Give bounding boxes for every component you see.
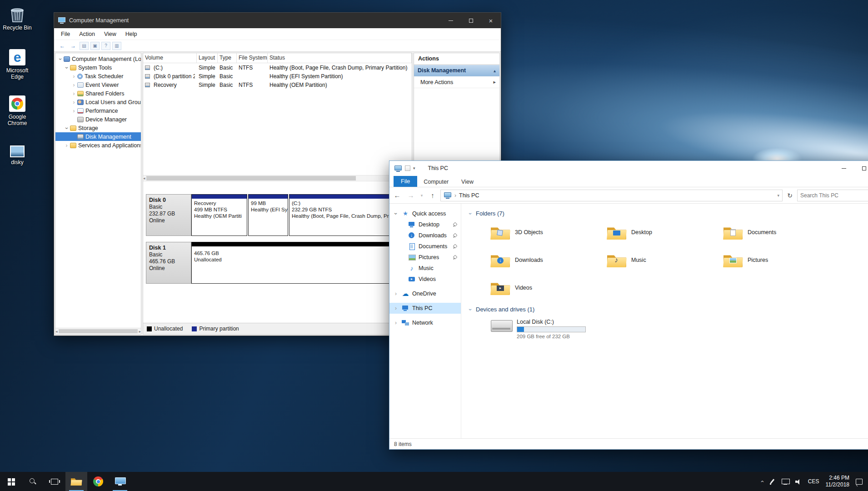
folder-tile-documents[interactable]: Documents	[723, 222, 837, 242]
volume-row-c[interactable]: (C:) Simple Basic NTFS Healthy (Boot, Pa…	[143, 63, 412, 72]
qat-properties-icon[interactable]	[405, 165, 410, 171]
tree-item-task-scheduler[interactable]: › Task Scheduler	[55, 72, 141, 80]
tab-file[interactable]: File	[394, 176, 417, 187]
forward-button[interactable]: →	[405, 191, 417, 199]
chevron-down-icon[interactable]: ›	[393, 211, 399, 216]
recent-locations-chevron-icon[interactable]: ▾	[419, 193, 425, 198]
address-dropdown-chevron-icon[interactable]: ▾	[777, 193, 779, 198]
volume-list-horizontal-scrollbar[interactable]: ◂ ▸	[143, 175, 412, 181]
taskbar-computer-management-button[interactable]	[109, 472, 131, 491]
partition-efi[interactable]: 99 MB Healthy (EFI Sy	[248, 194, 288, 236]
disk0-header[interactable]: Disk 0 Basic 232.87 GB Online	[146, 194, 191, 236]
tree-item-performance[interactable]: › Performance	[55, 106, 141, 115]
task-view-button[interactable]	[44, 472, 65, 491]
folders-group-header[interactable]: › Folders (7)	[468, 210, 868, 217]
show-console-tree-icon[interactable]: ▤	[80, 42, 89, 50]
nav-onedrive[interactable]: › OneDrive	[389, 288, 461, 299]
volume-icon[interactable]	[795, 479, 802, 485]
start-button[interactable]	[0, 472, 22, 491]
nav-quick-access[interactable]: › Quick access	[389, 208, 461, 219]
tree-item-system-tools[interactable]: › System Tools	[55, 63, 141, 72]
folder-tile-pictures[interactable]: Pictures	[723, 250, 837, 270]
scroll-left-icon[interactable]: ◂	[143, 176, 145, 180]
nav-music[interactable]: Music	[389, 263, 461, 274]
customize-qat-chevron-icon[interactable]: ▾	[413, 166, 415, 170]
local-disk-c-tile[interactable]: Local Disk (C:) 209 GB free of 232 GB	[490, 318, 868, 339]
chevron-right-icon[interactable]: ›	[71, 82, 77, 88]
partition-recovery[interactable]: Recovery 499 MB NTFS Healthy (OEM Partit…	[191, 194, 247, 236]
column-layout[interactable]: Layout	[197, 53, 218, 63]
chevron-right-icon[interactable]: ›	[71, 73, 77, 80]
up-button[interactable]: ↑	[427, 191, 439, 199]
scrollbar-thumb[interactable]	[146, 176, 356, 180]
explorer-minimize-button[interactable]	[834, 161, 854, 175]
volume-row-efi[interactable]: (Disk 0 partition 2) Simple Basic Health…	[143, 72, 412, 80]
taskbar-search-button[interactable]	[22, 472, 44, 491]
taskbar-chrome-button[interactable]	[87, 472, 109, 491]
more-actions-item[interactable]: More Actions ▸	[414, 76, 499, 88]
nav-this-pc[interactable]: › This PC	[389, 303, 461, 314]
tree-item-device-manager[interactable]: Device Manager	[55, 115, 141, 124]
explorer-titlebar[interactable]: ▾ This PC ×	[389, 161, 868, 175]
address-bar[interactable]: › This PC ▾	[440, 190, 783, 201]
breadcrumb-chevron-icon[interactable]: ›	[454, 192, 456, 199]
tab-view[interactable]: View	[455, 177, 480, 187]
network-icon[interactable]	[782, 479, 789, 485]
nav-network[interactable]: › Network	[389, 317, 461, 328]
clock[interactable]: 2:46 PM 11/2/2018	[826, 475, 850, 488]
tree-item-shared-folders[interactable]: › Shared Folders	[55, 89, 141, 98]
tree-item-storage[interactable]: › Storage	[55, 124, 141, 132]
tree-item-services-and-applications[interactable]: › Services and Applications	[55, 141, 141, 150]
help-icon[interactable]: ?	[101, 42, 110, 50]
chevron-down-icon[interactable]: ›	[64, 65, 70, 70]
tree-item-local-users-and-groups[interactable]: › Local Users and Groups	[55, 98, 141, 106]
search-input[interactable]	[800, 192, 868, 199]
desktop-icon-disky[interactable]: disky	[1, 145, 34, 165]
taskbar-file-explorer-button[interactable]	[65, 472, 87, 491]
tab-computer[interactable]: Computer	[417, 177, 455, 187]
column-file-system[interactable]: File System	[237, 53, 268, 63]
show-hidden-icons-chevron[interactable]: ›	[759, 481, 765, 482]
chevron-down-icon[interactable]: ›	[64, 125, 70, 131]
nav-pictures[interactable]: Pictures	[389, 252, 461, 263]
folder-tile-music[interactable]: ♪ Music	[607, 250, 720, 270]
search-box[interactable]	[797, 190, 868, 201]
tree-horizontal-scrollbar[interactable]: ◂ ▸	[55, 328, 141, 334]
language-indicator[interactable]: CES	[808, 478, 819, 485]
actions-disk-management-header[interactable]: Disk Management ▴	[414, 65, 499, 76]
collapse-chevron-icon[interactable]: ▴	[494, 68, 496, 73]
scroll-right-icon[interactable]: ▸	[139, 329, 141, 334]
cm-titlebar[interactable]: Computer Management ×	[54, 13, 501, 28]
nav-downloads[interactable]: Downloads	[389, 230, 461, 241]
chevron-right-icon[interactable]: ›	[71, 99, 77, 105]
nav-desktop[interactable]: Desktop	[389, 219, 461, 230]
chevron-right-icon[interactable]: ›	[71, 108, 77, 114]
partition-unallocated[interactable]: 465.76 GB Unallocated	[191, 242, 409, 284]
chevron-right-icon[interactable]: ›	[393, 320, 399, 326]
tree-item-computer-management-root[interactable]: › Computer Management (Local	[55, 55, 141, 63]
chevron-right-icon[interactable]: ›	[393, 305, 399, 311]
folder-tile-3d-objects[interactable]: 3D Objects	[490, 222, 604, 242]
nav-documents[interactable]: Documents	[389, 241, 461, 252]
column-type[interactable]: Type	[218, 53, 237, 63]
refresh-button[interactable]: ↻	[784, 192, 795, 199]
properties-icon[interactable]: ▣	[90, 42, 100, 50]
action-center-icon[interactable]	[856, 479, 863, 485]
devices-group-header[interactable]: › Devices and drives (1)	[468, 306, 868, 313]
volume-row-recovery[interactable]: Recovery Simple Basic NTFS Healthy (OEM …	[143, 80, 412, 89]
column-volume[interactable]: Volume	[143, 53, 197, 63]
forward-icon[interactable]: →	[69, 42, 78, 50]
export-list-icon[interactable]: ▥	[112, 42, 121, 50]
cm-maximize-button[interactable]	[461, 13, 481, 28]
chevron-down-icon[interactable]: ›	[57, 56, 64, 62]
folder-tile-desktop[interactable]: Desktop	[607, 222, 720, 242]
nav-videos[interactable]: Videos	[389, 274, 461, 285]
desktop-icon-google-chrome[interactable]: Google Chrome	[1, 95, 34, 126]
chevron-right-icon[interactable]: ›	[71, 90, 77, 97]
folder-tile-videos[interactable]: ▸ Videos	[490, 278, 604, 298]
tree-item-disk-management[interactable]: Disk Management	[55, 132, 141, 141]
menu-file[interactable]: File	[57, 30, 74, 39]
menu-view[interactable]: View	[100, 30, 120, 39]
desktop-icon-microsoft-edge[interactable]: e Microsoft Edge	[1, 49, 34, 80]
column-status[interactable]: Status	[268, 53, 412, 63]
